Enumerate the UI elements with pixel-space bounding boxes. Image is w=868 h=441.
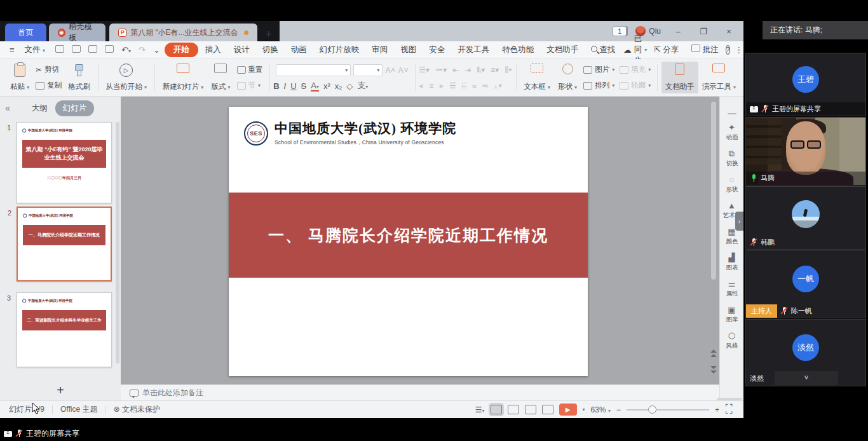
tab-home[interactable]: 首页 — [5, 24, 46, 41]
decrease-font-icon[interactable]: A˅ — [398, 65, 408, 75]
clear-format-icon[interactable]: ◇ — [346, 81, 353, 91]
presentation-tools-button[interactable]: 演示工具 ▾ — [698, 62, 740, 93]
align-center-icon[interactable]: ≡ — [429, 81, 433, 90]
presenter-view-button[interactable] — [542, 405, 553, 414]
zoom-slider-knob[interactable] — [648, 405, 656, 414]
slide-canvas[interactable]: SES 中国地质大学(武汉) 环境学院 School of Environmen… — [229, 107, 588, 376]
tab-document[interactable]: P 第八期 “小E有...业生线上交流会 — [109, 24, 257, 41]
distribute-icon[interactable]: ⌸ — [462, 81, 466, 90]
tab-outline[interactable]: 大纲 — [24, 100, 55, 116]
play-from-current-button[interactable]: ▷ 从当前开始 ▾ — [102, 62, 151, 93]
tools-grip[interactable] — [728, 113, 736, 114]
subscript-button[interactable]: x₂ — [335, 81, 342, 91]
increase-font-icon[interactable]: A˄ — [385, 65, 395, 75]
file-menu[interactable]: 文件 ▾ — [19, 43, 51, 57]
find-button[interactable]: 查找 — [585, 43, 621, 57]
export-icon[interactable] — [85, 45, 100, 55]
menu-tab-start[interactable]: 开始 — [165, 43, 198, 57]
superscript-button[interactable]: x² — [323, 81, 330, 91]
bullet-list-icon[interactable]: ☰▾ — [419, 65, 430, 74]
doc-assistant-button[interactable]: 文档助手 — [661, 62, 698, 93]
menu-tab-features[interactable]: 特色功能 — [496, 43, 539, 57]
line-spacing-icon[interactable]: ≡▾ — [491, 65, 499, 74]
tool-gallery[interactable]: ▣图库 — [726, 305, 738, 324]
next-slide-button[interactable] — [710, 366, 717, 374]
zoom-level[interactable]: 63% ▾ — [591, 405, 611, 414]
shapes-button[interactable]: 形状 ▾ — [554, 62, 581, 93]
menu-tab-transition[interactable]: 切换 — [257, 43, 284, 57]
slide-title-banner[interactable]: 一、 马腾院长介绍学院近期工作情况 — [229, 193, 588, 278]
reading-view-button[interactable] — [525, 405, 536, 414]
print-preview-icon[interactable] — [102, 45, 117, 55]
participant-tile-wangbi[interactable]: 王碧 王碧的屏幕共享 — [745, 53, 866, 116]
menu-tab-design[interactable]: 设计 — [228, 43, 255, 57]
theme-name[interactable]: Office 主题 — [60, 404, 97, 415]
underline-button[interactable]: U — [290, 81, 296, 91]
arrange-button[interactable]: 排列 ▾ — [581, 80, 617, 91]
collapse-participants-button[interactable]: ˅ — [775, 371, 838, 385]
menu-tab-view[interactable]: 视图 — [395, 43, 422, 57]
vertical-scrollbar[interactable] — [711, 102, 716, 280]
reset-button[interactable]: 重置 — [234, 64, 266, 75]
minimize-button[interactable]: – — [670, 27, 686, 36]
protection-status[interactable]: ⊗ 文档未保护 — [113, 404, 159, 415]
indent-icon[interactable]: ⇥ — [465, 65, 471, 74]
play-options-icon[interactable]: ▾ — [583, 407, 585, 412]
undo-icon[interactable]: ↶▾ — [118, 45, 134, 55]
comment-button[interactable]: 批注 — [686, 43, 724, 57]
tool-properties[interactable]: ⚌属性 — [726, 279, 738, 298]
add-slide-button[interactable]: + — [0, 380, 121, 400]
menu-tab-doc-assistant[interactable]: 文档助手 — [541, 43, 584, 57]
tab-templates[interactable]: ◉ 稻壳模板 — [49, 24, 105, 41]
tool-shapes[interactable]: ◌形状 — [726, 175, 738, 194]
copy-button[interactable]: 复制 — [33, 80, 64, 91]
text-effects-button[interactable]: 支▾ — [357, 80, 368, 92]
sidebar-expand-handle[interactable]: › — [735, 212, 743, 231]
cut-button[interactable]: ✂ 剪切 — [33, 64, 64, 75]
slideshow-play-button[interactable]: ▶ — [559, 404, 577, 416]
font-name-select[interactable]: ▾ — [276, 64, 351, 76]
slide-thumbnail-3[interactable]: 3 中国地质大学(武汉) 环境学院 二、荣波副院长介绍本科生毕业相关工作 — [17, 292, 112, 367]
new-slide-button[interactable]: 新建幻灯片 ▾ — [159, 62, 208, 93]
strike-button[interactable]: S — [301, 81, 307, 91]
slide-thumbnail-2[interactable]: 2 中国地质大学(武汉) 环境学院 一、马腾院长介绍学院近期工作情况 — [17, 207, 112, 282]
font-size-select[interactable]: ▾ — [353, 64, 383, 76]
zoom-in-button[interactable]: + — [715, 405, 719, 414]
menu-tab-devtools[interactable]: 开发工具 — [452, 43, 495, 57]
collapse-panel-icon[interactable]: « — [5, 103, 10, 113]
participant-tile-chenyifan[interactable]: 一帆 主持人 陈一帆 — [745, 250, 866, 318]
menu-tab-insert[interactable]: 插入 — [200, 43, 227, 57]
help-icon[interactable]: ? — [726, 45, 731, 55]
numbered-list-icon[interactable]: ≔▾ — [435, 65, 447, 74]
menu-tab-review[interactable]: 审阅 — [366, 43, 393, 57]
picture-button[interactable]: 图片 ▾ — [581, 64, 617, 75]
format-painter-button[interactable]: 格式刷 — [64, 62, 94, 93]
participant-tile-hanpeng[interactable]: 韩鹏 — [745, 186, 866, 250]
justify-icon[interactable]: ☰ — [449, 81, 456, 90]
notes-toggle-icon[interactable]: ☰▾ — [475, 405, 485, 414]
zoom-slider[interactable] — [627, 409, 709, 410]
participant-tile-mateng[interactable]: 马腾 — [745, 117, 866, 186]
panel-scrollbar[interactable] — [116, 122, 119, 363]
layout-button[interactable]: 版式 ▾ — [207, 62, 234, 93]
outline-button[interactable]: 轮廓 ▾ — [617, 80, 653, 91]
paste-button[interactable]: 粘贴 ▾ — [6, 62, 33, 93]
align-left-icon[interactable]: ⫷ — [419, 81, 423, 90]
tool-chart[interactable]: ▟图表 — [726, 253, 738, 272]
columns-icon[interactable]: ⫼▾ — [505, 65, 512, 74]
section-button[interactable]: 节 ▾ — [234, 80, 266, 91]
italic-button[interactable]: I — [284, 81, 287, 91]
font-color-button[interactable]: A▾ — [311, 81, 319, 92]
tool-style[interactable]: ⬡风格 — [726, 331, 738, 350]
new-tab-button[interactable]: + — [257, 28, 280, 41]
menu-tab-animation[interactable]: 动画 — [285, 43, 313, 57]
bold-button[interactable]: B — [273, 81, 279, 91]
restore-button[interactable]: ❐ — [695, 27, 712, 36]
align-right-icon[interactable]: ⫸ — [439, 81, 444, 90]
slide-thumbnail-1[interactable]: 1 中国地质大学(武汉) 环境学院 第八期 “小E有约” 暨2020届毕业生线上… — [17, 122, 112, 203]
fit-to-window-icon[interactable] — [725, 405, 735, 414]
text-direction-icon[interactable]: ‖ᵢ▾ — [477, 65, 485, 74]
outdent-icon[interactable]: ⇤ — [452, 65, 459, 74]
share-button[interactable]: ⇱ 分享 — [648, 43, 684, 57]
more-commands-icon[interactable]: ⌄ — [150, 45, 163, 55]
